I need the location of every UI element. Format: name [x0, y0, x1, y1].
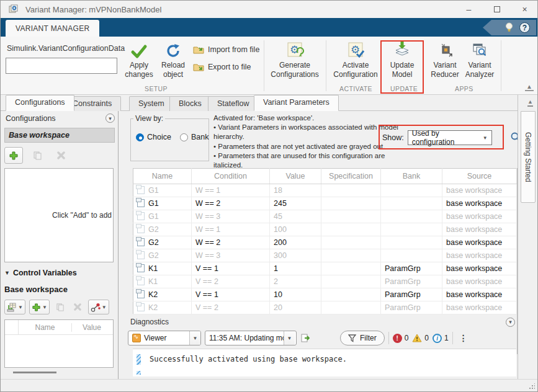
- activation-note-bullet: Parameters that are unused for this conf…: [213, 151, 400, 170]
- link-variables-button[interactable]: ▼: [88, 300, 109, 314]
- export-to-file-button[interactable]: Export to file: [193, 63, 251, 71]
- control-variables-table[interactable]: Name Value: [4, 319, 114, 368]
- error-count-badge[interactable]: ! 0: [393, 334, 409, 343]
- cell-value: 20: [270, 301, 321, 314]
- error-icon: !: [393, 334, 402, 343]
- add-configuration-button[interactable]: [4, 147, 23, 164]
- diagnostics-title: Diagnostics: [130, 318, 169, 326]
- tab-variant-manager[interactable]: VARIANT MANAGER: [6, 20, 99, 37]
- config-list-item-base-workspace[interactable]: Base workspace: [4, 128, 115, 143]
- table-row[interactable]: G1W == 2245base workspace: [133, 197, 517, 210]
- horizontal-scrollbar[interactable]: [13, 372, 56, 373]
- table-row[interactable]: K1V == 11ParamGrpbase workspace: [133, 262, 517, 275]
- minimize-button[interactable]: –: [455, 1, 483, 18]
- getting-started-tab[interactable]: Getting Started: [521, 111, 536, 203]
- table-row[interactable]: G2W == 1100base workspace: [133, 223, 517, 236]
- tab-system[interactable]: System: [129, 96, 174, 111]
- cell-specification: [321, 288, 381, 301]
- tab-variant-parameters[interactable]: Variant Parameters: [254, 95, 339, 111]
- variant-reducer-button[interactable]: Variant Reducer: [429, 39, 461, 86]
- delete-configuration-button[interactable]: [52, 147, 70, 164]
- viewer-dropdown[interactable]: Viewer ▼: [128, 331, 201, 345]
- cell-value: 1: [270, 262, 321, 275]
- link-nodes-icon: [91, 303, 101, 312]
- table-row[interactable]: K2V == 220ParamGrpbase workspace: [133, 301, 517, 314]
- maximize-button[interactable]: [483, 1, 511, 18]
- generate-configurations-label: Generate Configurations: [266, 61, 323, 79]
- panel-collapse-icon[interactable]: ▾: [105, 114, 115, 123]
- cell-source: base workspace: [442, 210, 517, 223]
- delete-variable-button[interactable]: [71, 300, 84, 314]
- config-data-input[interactable]: [6, 58, 117, 74]
- copy-variable-button[interactable]: [53, 300, 67, 314]
- tab-configurations[interactable]: Configurations: [6, 95, 74, 111]
- section-setup: SETUP: [145, 85, 168, 92]
- cell-specification: [321, 262, 381, 275]
- variant-reducer-label: Variant Reducer: [429, 61, 461, 79]
- activate-configuration-button[interactable]: ⚙ Activate Configuration: [328, 39, 383, 86]
- radio-choice[interactable]: Choice: [136, 133, 171, 141]
- tab-stateflow[interactable]: Stateflow: [208, 96, 258, 111]
- radio-bank-label: Bank: [191, 133, 209, 141]
- table-row[interactable]: G1W == 118base workspace: [133, 184, 517, 197]
- lightbulb-icon[interactable]: [505, 22, 513, 33]
- configurations-list[interactable]: Click "Add" to add: [4, 168, 114, 262]
- diagnostics-log[interactable]: Successfully activated using base worksp…: [133, 349, 516, 376]
- cell-source: base workspace: [442, 249, 517, 262]
- cell-name: G2: [133, 249, 192, 262]
- parameter-icon: [137, 225, 145, 233]
- column-value[interactable]: Value: [270, 169, 321, 184]
- control-variables-section[interactable]: ▼ Control Variables: [4, 269, 77, 277]
- funnel-icon: [348, 334, 356, 342]
- workspace-label: Base workspace: [4, 285, 68, 294]
- table-row[interactable]: K2V == 110ParamGrpbase workspace: [133, 288, 517, 301]
- variant-analyzer-button[interactable]: Variant Analyzer: [462, 39, 497, 86]
- info-count-badge[interactable]: i 1: [433, 334, 449, 343]
- cell-specification: [321, 197, 381, 210]
- parameter-table-header[interactable]: Name Condition Value Specification Bank …: [133, 169, 517, 184]
- import-variables-icon: [7, 303, 17, 312]
- table-row[interactable]: G1W == 345base workspace: [133, 210, 517, 223]
- generate-configurations-button[interactable]: ⚙ Generate Configurations: [266, 39, 323, 86]
- collapse-toolstrip-icon[interactable]: ▲: [525, 84, 534, 91]
- cell-specification: [321, 223, 381, 236]
- table-row[interactable]: K1V == 22ParamGrpbase workspace: [133, 275, 517, 288]
- warning-count-badge[interactable]: 0: [412, 334, 429, 342]
- column-source[interactable]: Source: [442, 169, 517, 184]
- more-options-icon[interactable]: ⋮: [457, 333, 470, 343]
- table-row[interactable]: G2W == 3300base workspace: [133, 249, 517, 262]
- variant-parameters-pane: View by: Choice Bank Activated for: 'Bas…: [119, 111, 518, 379]
- ribbon-help-area: ?: [483, 20, 536, 35]
- export-log-button[interactable]: [300, 333, 312, 343]
- filter-button[interactable]: Filter: [340, 331, 385, 345]
- add-variable-button[interactable]: ▼: [29, 300, 50, 314]
- copy-configuration-button[interactable]: [28, 147, 47, 164]
- cv-column-name: Name: [19, 323, 72, 332]
- import-variables-button[interactable]: ▼: [4, 300, 25, 314]
- column-condition[interactable]: Condition: [192, 169, 270, 184]
- event-dropdown[interactable]: 11:35 AM: Updating mod ▼: [205, 331, 297, 345]
- column-bank[interactable]: Bank: [381, 169, 442, 184]
- cell-name: K1: [133, 275, 192, 288]
- table-row[interactable]: G2W == 2200base workspace: [133, 236, 517, 249]
- cell-bank: [381, 197, 442, 210]
- radio-bank[interactable]: Bank: [180, 133, 209, 141]
- diagnostics-collapse-icon[interactable]: ▾: [506, 318, 515, 327]
- tab-blocks[interactable]: Blocks: [169, 96, 211, 111]
- log-message: Successfully activated using base worksp…: [150, 354, 347, 365]
- import-file-icon: [193, 45, 204, 54]
- cell-name: G1: [133, 197, 192, 210]
- resize-grip[interactable]: [529, 383, 535, 390]
- column-specification[interactable]: Specification: [321, 169, 381, 184]
- activate-configuration-label: Activate Configuration: [328, 61, 383, 79]
- apply-changes-button[interactable]: Apply changes: [122, 39, 156, 86]
- reload-object-button[interactable]: Reload object: [157, 39, 189, 86]
- variant-analyzer-icon: [471, 39, 488, 59]
- close-button[interactable]: ×: [511, 1, 538, 18]
- column-name[interactable]: Name: [133, 169, 192, 184]
- import-from-file-button[interactable]: Import from file: [193, 45, 259, 54]
- getting-started-label: Getting Started: [524, 132, 532, 182]
- collapse-panel-icon[interactable]: ▲: [527, 99, 533, 107]
- help-icon[interactable]: ?: [519, 22, 530, 33]
- title-bar: Variant Manager: mVPNonBankModel – ×: [1, 1, 538, 18]
